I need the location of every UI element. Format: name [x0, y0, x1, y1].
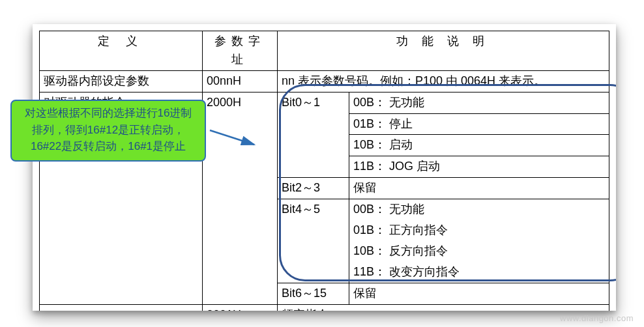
annotation-callout: 对这些根据不同的选择进行16进制 排列，得到16#12是正转启动， 16#22是…: [10, 100, 206, 162]
bit01-val1: 01B： 停止: [349, 113, 609, 135]
addr-00nn: 00nnH: [203, 70, 278, 92]
col-addr: 参数字址: [203, 31, 278, 71]
col-func: 功 能 说 明: [278, 31, 609, 71]
bit23-label: Bit2～3: [278, 178, 349, 199]
def-00nn: 驱动器内部设定参数: [40, 70, 203, 92]
bit45-val3: 11B： 改变方向指令: [349, 262, 609, 283]
bit01-label: Bit0～1: [278, 92, 349, 178]
bit45-val1: 01B： 正方向指令: [349, 220, 609, 241]
def-2001: [40, 304, 203, 311]
callout-line3: 16#22是反转启动，16#1是停止: [17, 138, 199, 155]
row-00nn: 驱动器内部设定参数 00nnH nn 表示参数号码。例如：P100 由 0064…: [40, 70, 609, 92]
addr-2001: 2001H: [203, 304, 278, 311]
bit01-val2: 10B： 启动: [349, 135, 609, 156]
bit23-val: 保留: [349, 178, 609, 199]
bit615-val: 保留: [349, 283, 609, 304]
bit45-val2: 10B： 反方向指令: [349, 241, 609, 262]
bit45-label: Bit4～5: [278, 199, 349, 283]
bit01-val0: 00B： 无功能: [349, 92, 609, 113]
table-header-row: 定 义 参数字址 功 能 说 明: [40, 31, 609, 71]
callout-line1: 对这些根据不同的选择进行16进制: [17, 105, 199, 122]
bit01-val3: 11B： JOG 启动: [349, 156, 609, 178]
bit45-val0: 00B： 无功能: [349, 199, 609, 220]
watermark: www.diangon.com: [560, 313, 634, 323]
bit615-label: Bit6～15: [278, 283, 349, 304]
func-00nn: nn 表示参数号码。例如：P100 由 0064H 来表示。: [278, 70, 609, 92]
addr-2000: 2000H: [203, 92, 278, 304]
row-2001: 2001H 频率指令: [40, 304, 609, 311]
register-table: 定 义 参数字址 功 能 说 明 驱动器内部设定参数 00nnH nn 表示参数…: [39, 31, 609, 311]
func-2001: 频率指令: [278, 304, 609, 311]
col-definition: 定 义: [40, 31, 203, 71]
callout-line2: 排列，得到16#12是正转启动，: [17, 122, 199, 139]
